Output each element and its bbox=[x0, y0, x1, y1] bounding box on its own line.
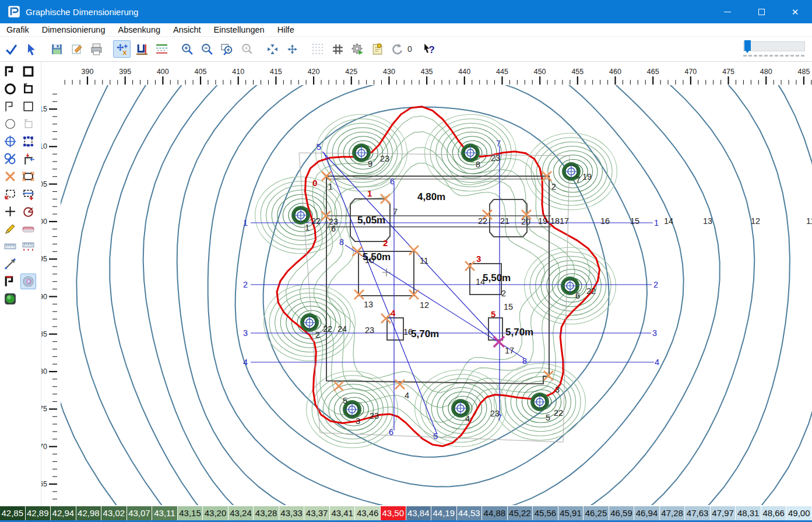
legend-cell: 43,24 bbox=[229, 506, 254, 520]
tool-sidebar bbox=[0, 62, 41, 522]
point-number-label: 3 bbox=[555, 385, 560, 394]
legend-cell: 49,00 bbox=[786, 506, 812, 520]
zoom-slider-thumb[interactable] bbox=[744, 40, 751, 51]
orb-icon bbox=[3, 292, 17, 306]
grid-points-button[interactable] bbox=[309, 40, 326, 58]
eraser-button[interactable] bbox=[20, 221, 36, 237]
print-button[interactable] bbox=[87, 40, 105, 58]
draw-rect-bold-button[interactable] bbox=[20, 64, 36, 79]
shrink-view-button[interactable] bbox=[263, 40, 281, 58]
selection-handles-button[interactable] bbox=[20, 134, 36, 149]
delete-point-button[interactable] bbox=[2, 169, 18, 184]
expand-view-button[interactable] bbox=[283, 40, 301, 58]
well-target-button[interactable] bbox=[2, 134, 18, 149]
menu-item-einstellungen[interactable]: Einstellungen bbox=[208, 24, 271, 36]
rotate-rect-disabled-button[interactable] bbox=[20, 116, 36, 132]
draw-circle-bold-button[interactable] bbox=[2, 81, 18, 97]
point-number-label: 6 bbox=[331, 224, 336, 233]
profile-flag-button[interactable] bbox=[2, 274, 18, 289]
section-number-label: 2 bbox=[243, 280, 248, 289]
flag-red-icon bbox=[3, 275, 17, 288]
point-number-label: 19 bbox=[582, 172, 592, 181]
top-ruler-label: 420 bbox=[308, 68, 320, 76]
close-button[interactable]: ✕ bbox=[778, 0, 812, 23]
zoom-out-button[interactable] bbox=[198, 40, 216, 58]
soil-layers-button[interactable] bbox=[153, 40, 170, 58]
note-icon bbox=[371, 43, 384, 56]
point-number-label: 2 bbox=[315, 330, 320, 339]
draw-circle-button[interactable] bbox=[2, 116, 18, 132]
legend-cell: 45,22 bbox=[508, 506, 533, 520]
menu-item-absenkung[interactable]: Absenkung bbox=[111, 24, 167, 36]
shrink-icon bbox=[266, 43, 279, 56]
disable-wells-button[interactable] bbox=[2, 151, 18, 167]
edit-pencil-button[interactable] bbox=[2, 221, 18, 237]
legend-cell: 43,28 bbox=[254, 506, 279, 520]
confirm-check-button[interactable] bbox=[2, 40, 20, 58]
fixpoint-number-label: 4 bbox=[391, 308, 396, 318]
draw-rect-button[interactable] bbox=[20, 99, 36, 114]
ruler-sections-button[interactable] bbox=[20, 239, 36, 254]
contour-legend-bar: 42,8542,8942,9442,9843,0243,0743,1143,15… bbox=[0, 506, 812, 520]
minimize-button[interactable] bbox=[711, 0, 744, 23]
grid-lines-button[interactable] bbox=[329, 40, 346, 58]
maximize-button[interactable] bbox=[744, 0, 778, 23]
export-button[interactable] bbox=[68, 40, 85, 58]
left-ruler-label: 690 bbox=[41, 293, 47, 301]
move-coordinates-button[interactable]: x bbox=[113, 40, 131, 58]
legend-cell: 43,84 bbox=[406, 506, 432, 520]
ruler-horizontal-button[interactable] bbox=[2, 239, 18, 254]
drawing-canvas[interactable]: 3903954004054104154204254304354404454504… bbox=[41, 62, 812, 505]
eraser-icon bbox=[22, 222, 35, 236]
rotate-rect-button[interactable] bbox=[20, 81, 36, 97]
rect-move-points-button[interactable] bbox=[2, 186, 18, 202]
zoom-slider[interactable] bbox=[743, 41, 805, 57]
rect-corner-points-button[interactable] bbox=[20, 169, 36, 184]
rect-add-line-button[interactable] bbox=[20, 186, 36, 202]
select-cursor-button[interactable] bbox=[22, 40, 40, 58]
menu-item-hilfe[interactable]: Hilfe bbox=[271, 24, 301, 36]
point-number-label: 12 bbox=[420, 300, 429, 310]
undo-button[interactable] bbox=[388, 40, 406, 58]
menu-item-ansicht[interactable]: Ansicht bbox=[167, 24, 208, 36]
rotate-tool-button[interactable] bbox=[20, 204, 36, 219]
zoom-window-button[interactable] bbox=[218, 40, 235, 58]
x-orange-icon bbox=[3, 170, 17, 183]
zoom-previous-button[interactable] bbox=[238, 40, 255, 58]
snap-corner-button[interactable] bbox=[20, 151, 36, 167]
point-number-label: 23 bbox=[365, 325, 374, 335]
contour-view-button[interactable] bbox=[20, 274, 36, 289]
canvas-labels: 9238232719122236622222242353234235222221… bbox=[243, 139, 812, 441]
top-ruler-label: 480 bbox=[760, 68, 772, 76]
point-number-label: 17 bbox=[505, 346, 514, 355]
grid-icon bbox=[331, 43, 345, 56]
section-number-label: 1 bbox=[243, 218, 248, 227]
point-number-label: 2 bbox=[501, 289, 506, 298]
save-button[interactable] bbox=[48, 40, 65, 58]
dimension-label: 5,70m bbox=[505, 327, 533, 338]
zoom-in-button[interactable] bbox=[178, 40, 196, 58]
draw-polygon-button[interactable] bbox=[2, 99, 18, 114]
point-number-label: 1 bbox=[305, 223, 310, 232]
status-light-button[interactable] bbox=[2, 291, 18, 307]
zoom-slider-track[interactable] bbox=[743, 41, 805, 51]
cross-marker-button[interactable] bbox=[2, 204, 18, 219]
undo-icon bbox=[391, 43, 404, 56]
top-ruler-label: 450 bbox=[534, 68, 546, 76]
settings-gear-button[interactable] bbox=[349, 40, 366, 58]
excavation-profile-button[interactable] bbox=[133, 40, 150, 58]
legend-cell: 43,37 bbox=[304, 506, 330, 520]
menu-item-dimensionierung[interactable]: Dimensionierung bbox=[36, 24, 112, 36]
legend-cell: 43,46 bbox=[355, 506, 381, 520]
draw-polygon-bold-button[interactable] bbox=[2, 64, 18, 79]
point-number-label: 7 bbox=[576, 175, 581, 184]
selected-point-mark bbox=[494, 337, 504, 347]
point-number-label: 17 bbox=[560, 216, 569, 226]
point-number-label: 22 bbox=[311, 216, 321, 226]
notes-button[interactable] bbox=[368, 40, 386, 58]
left-ruler-label: 695 bbox=[41, 255, 47, 263]
menu-item-grafik[interactable]: Grafik bbox=[0, 24, 36, 36]
top-ruler-label: 415 bbox=[270, 68, 282, 76]
measure-arrow-button[interactable] bbox=[2, 256, 18, 272]
context-help-button[interactable]: ? bbox=[420, 40, 438, 58]
